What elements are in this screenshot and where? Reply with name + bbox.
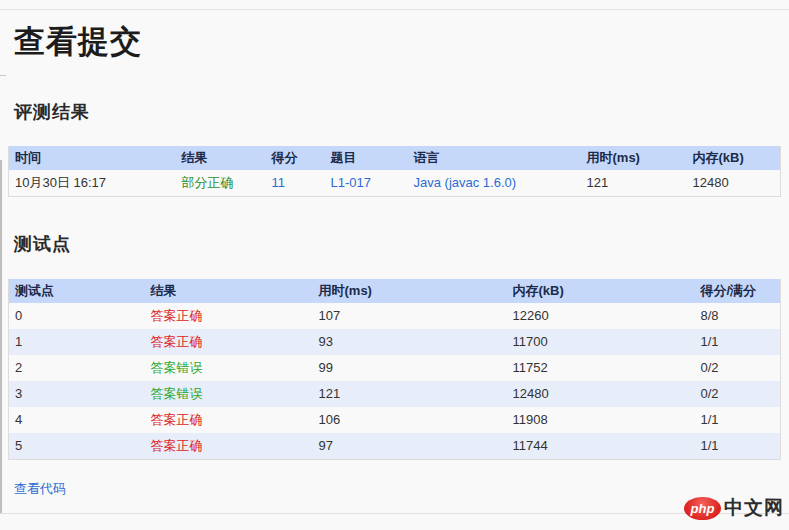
- testpoint-id: 0: [9, 303, 145, 329]
- testpoint-time-ms: 93: [313, 329, 507, 355]
- results-header-time-ms: 用时(ms): [581, 146, 687, 170]
- testpoints-header-score: 得分/满分: [695, 279, 781, 303]
- watermark-site-name: 中文网: [724, 495, 784, 521]
- testpoint-score: 8/8: [695, 303, 781, 329]
- testpoints-header-memory: 内存(kB): [507, 279, 695, 303]
- testpoints-header-result: 结果: [145, 279, 313, 303]
- testpoint-result: 答案错误: [151, 360, 203, 375]
- testpoint-time-ms: 99: [313, 355, 507, 381]
- score-link[interactable]: 11: [272, 175, 286, 190]
- problem-link[interactable]: L1-017: [331, 175, 371, 190]
- decoration-left-line: [0, 160, 2, 513]
- testpoint-id: 2: [9, 355, 145, 381]
- bottom-divider: [0, 513, 789, 514]
- testpoint-score: 1/1: [695, 407, 781, 433]
- testpoints-header-time-ms: 用时(ms): [313, 279, 507, 303]
- testpoint-row: 5 答案正确 97 11744 1/1: [9, 433, 781, 460]
- testpoint-result: 答案错误: [151, 386, 203, 401]
- results-table-row: 10月30日 16:17 部分正确 11 L1-017 Java (javac …: [9, 170, 781, 197]
- testpoint-id: 1: [9, 329, 145, 355]
- results-table: 时间 结果 得分 题目 语言 用时(ms) 内存(kB) 10月30日 16:1…: [8, 146, 781, 197]
- testpoint-score: 1/1: [695, 329, 781, 355]
- testpoint-memory: 11744: [507, 433, 695, 460]
- testpoint-row: 4 答案正确 106 11908 1/1: [9, 407, 781, 433]
- php-cn-watermark: php 中文网: [684, 495, 784, 521]
- results-header-language: 语言: [408, 146, 581, 170]
- testpoint-memory: 11752: [507, 355, 695, 381]
- results-section-heading: 评测结果: [0, 60, 789, 123]
- decoration-left-dash: [0, 75, 6, 76]
- results-header-result: 结果: [176, 146, 266, 170]
- submission-time-ms: 121: [581, 170, 687, 197]
- testpoint-row: 0 答案正确 107 12260 8/8: [9, 303, 781, 329]
- view-code-link[interactable]: 查看代码: [14, 481, 66, 496]
- testpoint-result: 答案正确: [151, 308, 203, 323]
- testpoints-table-header-row: 测试点 结果 用时(ms) 内存(kB) 得分/满分: [9, 279, 781, 303]
- testpoint-result: 答案正确: [151, 412, 203, 427]
- testpoints-table: 测试点 结果 用时(ms) 内存(kB) 得分/满分 0 答案正确 107 12…: [8, 279, 781, 460]
- testpoint-time-ms: 121: [313, 381, 507, 407]
- testpoint-row: 3 答案错误 121 12480 0/2: [9, 381, 781, 407]
- testpoint-id: 3: [9, 381, 145, 407]
- testpoint-time-ms: 97: [313, 433, 507, 460]
- testpoint-memory: 12260: [507, 303, 695, 329]
- testpoint-id: 4: [9, 407, 145, 433]
- submission-memory: 12480: [687, 170, 781, 197]
- testpoint-memory: 11700: [507, 329, 695, 355]
- results-header-problem: 题目: [325, 146, 408, 170]
- testpoint-result: 答案正确: [151, 438, 203, 453]
- results-header-time: 时间: [9, 146, 176, 170]
- submission-view-page: 查看提交 评测结果 时间 结果 得分 题目 语言 用时(ms) 内存(kB) 1…: [0, 0, 789, 530]
- language-link[interactable]: Java (javac 1.6.0): [414, 175, 517, 190]
- testpoint-id: 5: [9, 433, 145, 460]
- testpoints-section-heading: 测试点: [0, 197, 789, 255]
- php-logo-icon: php: [684, 497, 721, 520]
- testpoint-memory: 11908: [507, 407, 695, 433]
- testpoint-memory: 12480: [507, 381, 695, 407]
- testpoint-row: 1 答案正确 93 11700 1/1: [9, 329, 781, 355]
- results-header-memory: 内存(kB): [687, 146, 781, 170]
- testpoint-result: 答案正确: [151, 334, 203, 349]
- testpoint-time-ms: 107: [313, 303, 507, 329]
- submission-time: 10月30日 16:17: [9, 170, 176, 197]
- results-header-score: 得分: [266, 146, 325, 170]
- testpoints-header-id: 测试点: [9, 279, 145, 303]
- testpoint-score: 0/2: [695, 355, 781, 381]
- testpoint-time-ms: 106: [313, 407, 507, 433]
- testpoint-score: 1/1: [695, 433, 781, 460]
- results-table-header-row: 时间 结果 得分 题目 语言 用时(ms) 内存(kB): [9, 146, 781, 170]
- top-divider: [0, 9, 789, 10]
- testpoint-row: 2 答案错误 99 11752 0/2: [9, 355, 781, 381]
- submission-result: 部分正确: [182, 175, 234, 190]
- testpoint-score: 0/2: [695, 381, 781, 407]
